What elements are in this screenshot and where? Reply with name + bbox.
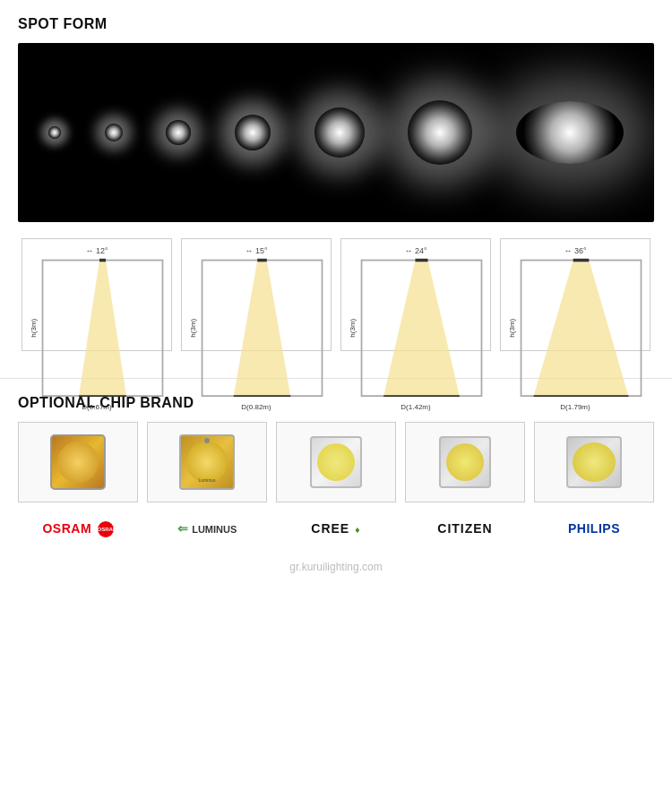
svg-marker-5 bbox=[234, 261, 290, 397]
chip-image-philips bbox=[534, 422, 654, 502]
beam-diagrams: ↔ 12° h(3m) bbox=[18, 238, 654, 351]
svg-marker-1 bbox=[79, 261, 126, 397]
chip-image-osram bbox=[18, 422, 138, 502]
logo-cree: CREE ⬧ bbox=[276, 517, 396, 540]
spot-3 bbox=[166, 120, 191, 145]
spot-5 bbox=[314, 107, 365, 158]
beam-ceiling-15: ↔ 15° bbox=[187, 246, 325, 255]
beam-diagram-36: ↔ 36° h(3m) D(1.79m) bbox=[500, 238, 650, 351]
logo-citizen: CITIZEN bbox=[405, 517, 525, 540]
beam-ceiling-12: ↔ 12° bbox=[28, 246, 166, 255]
brand-logos-row: OSRAM OSRAM ⇐ LUMINUS CREE ⬧ CITIZEN PHI… bbox=[18, 517, 654, 541]
spot-1 bbox=[48, 126, 61, 139]
beam-ceiling-24: ↔ 24° bbox=[347, 246, 485, 255]
spot-4 bbox=[235, 115, 271, 150]
svg-marker-13 bbox=[534, 261, 629, 397]
beam-floor-label-15: D(0.82m) bbox=[241, 403, 271, 411]
beam-floor-label-36: D(1.79m) bbox=[560, 403, 590, 411]
chip-images-row: Luminus bbox=[18, 422, 654, 502]
logo-philips: PHILIPS bbox=[534, 517, 654, 540]
spot-form-title: SPOT FORM bbox=[18, 16, 654, 32]
logo-luminus: ⇐ LUMINUS bbox=[147, 517, 267, 540]
spot-6 bbox=[408, 100, 472, 165]
osram-circle-icon: OSRAM bbox=[98, 521, 114, 537]
spot-form-section: SPOT FORM ↔ 12° h(3m) bbox=[0, 0, 672, 378]
cree-diamond-icon: ⬧ bbox=[354, 523, 361, 536]
beam-h-label-36: h(3m) bbox=[506, 257, 518, 399]
beam-diagram-12: ↔ 12° h(3m) bbox=[22, 238, 172, 351]
svg-marker-9 bbox=[383, 261, 460, 397]
logo-osram: OSRAM OSRAM bbox=[18, 517, 138, 541]
spot-7 bbox=[516, 101, 624, 164]
beam-diagram-15: ↔ 15° h(3m) D(0.82m) bbox=[181, 238, 332, 351]
watermark: gr.kuruilighting.com bbox=[0, 550, 672, 580]
luminus-arrow-icon: ⇐ bbox=[177, 521, 188, 536]
beam-h-label-24: h(3m) bbox=[347, 257, 358, 399]
spot-form-image bbox=[18, 43, 654, 222]
beam-h-label-12: h(3m) bbox=[28, 257, 39, 399]
beam-ceiling-36: ↔ 36° bbox=[506, 246, 644, 255]
beam-floor-label-12: D(0.67m) bbox=[82, 403, 111, 411]
chip-image-citizen bbox=[405, 422, 525, 502]
beam-floor-label-24: D(1.42m) bbox=[401, 403, 430, 411]
beam-diagram-24: ↔ 24° h(3m) D(1.42m) bbox=[340, 238, 491, 351]
chip-image-cree bbox=[276, 422, 396, 502]
spot-2 bbox=[105, 124, 123, 142]
chip-image-luminus: Luminus bbox=[147, 422, 267, 502]
beam-h-label-15: h(3m) bbox=[187, 257, 199, 399]
